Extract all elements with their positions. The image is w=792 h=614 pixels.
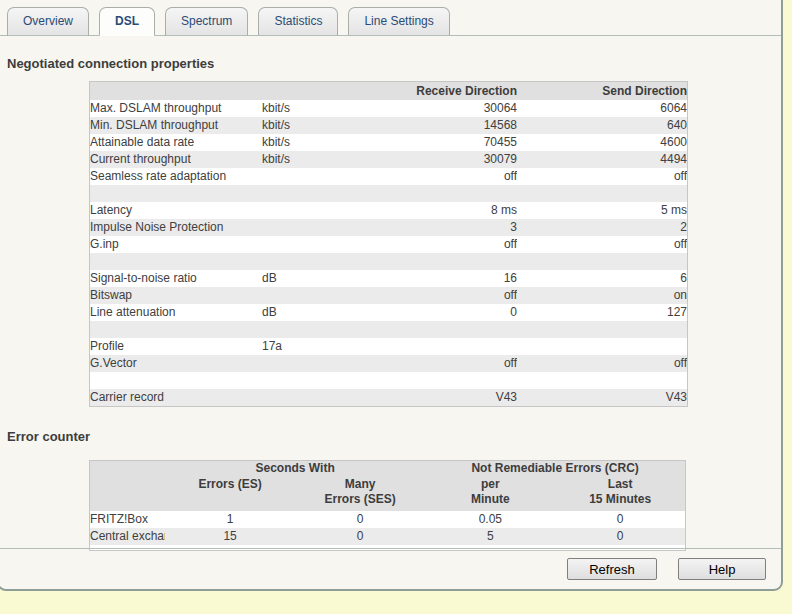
cell-rx: off: [345, 287, 517, 304]
tab-dsl[interactable]: DSL: [99, 7, 155, 36]
cell-label: G.inp: [90, 236, 263, 253]
cell-unit: kbit/s: [262, 134, 345, 151]
cell-unit: [262, 202, 345, 219]
cell-label: Latency: [90, 202, 263, 219]
connection-table-row: Current throughputkbit/s300794494: [90, 151, 688, 168]
connection-table-row: Impulse Noise Protection32: [90, 219, 688, 236]
cell-tx: 4494: [517, 151, 688, 168]
cell-rx: 16: [345, 270, 517, 287]
error-table-row: FRITZ!Box100.050: [90, 511, 686, 528]
error-counter-table: Seconds With Not Remediable Errors (CRC)…: [89, 460, 686, 551]
sub-header-per-minute: per Minute: [425, 477, 555, 511]
cell-value: 0: [555, 528, 685, 545]
cell-unit: [262, 321, 345, 338]
cell-label: [90, 185, 263, 202]
cell-tx: [517, 372, 688, 389]
cell-unit: dB: [262, 304, 345, 321]
header-receive-direction: Receive Direction: [345, 82, 517, 101]
cell-rx: 14568: [345, 117, 517, 134]
spacer-row: [90, 185, 688, 202]
cell-label: G.Vector: [90, 355, 263, 372]
cell-unit: [262, 236, 345, 253]
error-counter-title: Error counter: [7, 429, 781, 444]
cell-label: Max. DSLAM throughput: [90, 100, 263, 117]
connection-table-row: G.Vectoroffoff: [90, 355, 688, 372]
connection-properties-table: Receive Direction Send Direction Max. DS…: [89, 81, 688, 407]
sub-header-errors-es: Errors (ES): [165, 477, 295, 511]
cell-tx: 5 ms: [517, 202, 688, 219]
cell-label: Line attenuation: [90, 304, 263, 321]
cell-value: 15: [165, 528, 295, 545]
cell-rx: 3: [345, 219, 517, 236]
cell-label: Attainable data rate: [90, 134, 263, 151]
cell-tx: 4600: [517, 134, 688, 151]
cell-label: Bitswap: [90, 287, 263, 304]
cell-tx: off: [517, 355, 688, 372]
connection-table-row: Carrier recordV43V43: [90, 389, 688, 407]
cell-label: [90, 372, 263, 389]
connection-table-row: Bitswapoffon: [90, 287, 688, 304]
cell-value: 1: [165, 511, 295, 528]
cell-rx: 70455: [345, 134, 517, 151]
connection-properties-title: Negotiated connection properties: [7, 56, 781, 71]
cell-tx: [517, 321, 688, 338]
cell-rx: 30064: [345, 100, 517, 117]
cell-rx: V43: [345, 389, 517, 407]
spacer-row: [90, 253, 688, 270]
cell-rx: [345, 185, 517, 202]
help-button[interactable]: Help: [678, 558, 766, 580]
connection-table-row: Max. DSLAM throughputkbit/s300646064: [90, 100, 688, 117]
connection-table-row: Seamless rate adaptationoffoff: [90, 168, 688, 185]
cell-value: 0: [555, 511, 685, 528]
cell-unit: [262, 253, 345, 270]
cell-tx: V43: [517, 389, 688, 407]
cell-unit: kbit/s: [262, 151, 345, 168]
cell-unit: kbit/s: [262, 100, 345, 117]
spacer-row: [90, 321, 688, 338]
header-unit: [262, 82, 345, 101]
cell-unit: dB: [262, 270, 345, 287]
cell-unit: [262, 355, 345, 372]
connection-table-row: Profile17a: [90, 338, 688, 355]
cell-tx: 640: [517, 117, 688, 134]
cell-unit: [262, 219, 345, 236]
error-table-sub-header: Errors (ES) Many Errors (SES) per Minute…: [90, 477, 686, 511]
cell-label: [90, 321, 263, 338]
cell-tx: 127: [517, 304, 688, 321]
cell-label: Min. DSLAM throughput: [90, 117, 263, 134]
cell-unit: [262, 168, 345, 185]
cell-tx: [517, 185, 688, 202]
cell-label: [90, 253, 263, 270]
cell-tx: off: [517, 168, 688, 185]
cell-source: FRITZ!Box: [90, 511, 166, 528]
tab-spectrum[interactable]: Spectrum: [165, 7, 248, 36]
cell-rx: 0: [345, 304, 517, 321]
cell-rx: [345, 338, 517, 355]
sub-header-last-15-minutes: Last 15 Minutes: [555, 477, 685, 511]
cell-unit: [262, 389, 345, 407]
tab-overview[interactable]: Overview: [7, 7, 89, 36]
header-property: [90, 82, 263, 101]
button-bar: Refresh Help: [0, 548, 781, 589]
cell-rx: [345, 321, 517, 338]
cell-rx: off: [345, 168, 517, 185]
tab-statistics[interactable]: Statistics: [258, 7, 338, 36]
connection-table-row: Line attenuationdB0127: [90, 304, 688, 321]
cell-rx: 8 ms: [345, 202, 517, 219]
cell-value: 0.05: [425, 511, 555, 528]
group-header-seconds-with: Seconds With: [165, 461, 425, 478]
header-send-direction: Send Direction: [517, 82, 688, 101]
connection-table-row: G.inpoffoff: [90, 236, 688, 253]
cell-tx: [517, 338, 688, 355]
tab-bar: Overview DSL Spectrum Statistics Line Se…: [0, 0, 781, 36]
connection-table-row: Latency8 ms5 ms: [90, 202, 688, 219]
sub-header-blank: [90, 477, 166, 511]
cell-label: Profile: [90, 338, 263, 355]
cell-rx: off: [345, 355, 517, 372]
refresh-button[interactable]: Refresh: [567, 558, 657, 580]
cell-label: Carrier record: [90, 389, 263, 407]
cell-source: Central exchange: [90, 528, 166, 545]
cell-value: 0: [295, 511, 425, 528]
tab-line-settings[interactable]: Line Settings: [348, 7, 449, 36]
cell-tx: 6: [517, 270, 688, 287]
